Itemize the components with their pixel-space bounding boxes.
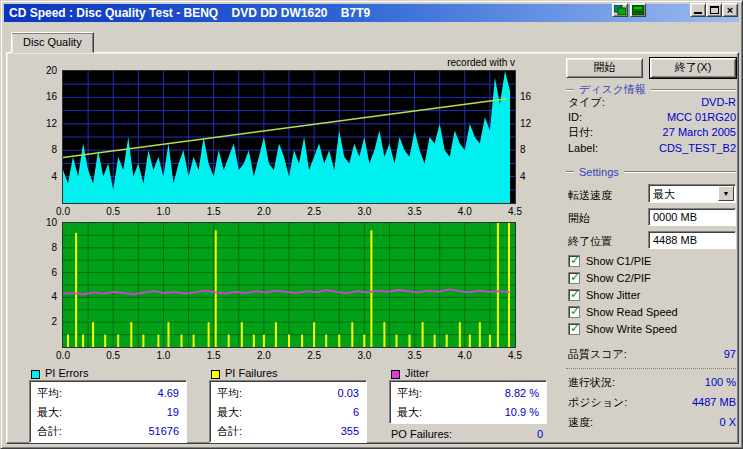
recorded-with-label: recorded with [447,57,507,68]
group-line [651,89,736,91]
kv-value: MCC 01RG20 [667,111,736,124]
tick-label: 2 [51,316,57,327]
close-button[interactable]: × [722,3,738,17]
minimize-button[interactable] [690,3,706,17]
checkbox[interactable] [568,272,580,284]
stat-row: 平均:4.69 [37,384,179,403]
tick-label: 2.5 [304,206,324,217]
stat-value: 4.69 [158,384,179,403]
stat-row: 最大:19 [37,403,179,422]
disc-label-row: Label:CDS_TEST_B2 [568,142,736,155]
quality-score-row: 品質スコア:97 [568,348,736,361]
titlebar-chart-icon[interactable] [612,3,628,17]
panel-divider [566,368,736,369]
tab-disc-quality[interactable]: Disc Quality [11,32,94,53]
jitter-stats-box: 平均:8.82 % 最大:10.9 % [389,380,547,424]
kv-label: Label: [568,142,598,155]
stat-value: 51676 [148,422,179,441]
stat-row: 平均:0.03 [217,384,359,403]
tick-label: 4 [51,171,57,182]
start-position-input[interactable]: 0000 MB [648,208,736,226]
tick-label: 4 [520,171,526,182]
titlebar-disc-icon[interactable] [630,3,646,17]
pi-failures-stats-box: 平均:0.03 最大:6 合計:355 [209,380,367,443]
pi-errors-chart [63,71,515,203]
jitter-swatch [391,370,400,379]
group-line [624,171,736,173]
maximize-button[interactable] [706,3,722,17]
stat-value: 10.9 % [505,403,539,422]
tick-label: 6 [51,267,57,278]
disc-type-row: タイプ:DVD-R [568,96,736,109]
tick-label: 1.5 [204,206,224,217]
stat-label: 最大: [37,403,62,422]
show-write-speed-checkbox-row[interactable]: Show Write Speed [568,322,736,336]
tick-label: 3.5 [405,206,425,217]
jitter-legend-title: Jitter [405,367,429,379]
tick-label: 10 [46,217,57,228]
show-c1-pie-checkbox-row[interactable]: Show C1/PIE [568,254,736,268]
disc-info-title-text: ディスク情報 [579,82,646,97]
minimize-icon [694,12,702,14]
end-position-input[interactable]: 4488 MB [648,231,736,249]
checkbox-label: Show Write Speed [586,323,677,335]
stat-label: 平均: [37,384,62,403]
speed-stat-value: 0 X [719,416,736,429]
tick-label: 2.0 [254,206,274,217]
combo-arrow-button[interactable]: ▼ [718,186,734,201]
settings-group-title: Settings [566,166,736,178]
progress-label: 進行状況: [568,376,615,389]
stat-row: 最大:6 [217,403,359,422]
window-title: CD Speed : Disc Quality Test - BENQ DVD … [9,6,370,20]
disc-info-group-title: ディスク情報 [566,82,736,97]
stat-row: 平均:8.82 % [397,384,539,403]
titlebar[interactable]: CD Speed : Disc Quality Test - BENQ DVD … [4,4,739,22]
exit-button[interactable]: 終了(X) [650,58,736,78]
settings-title-text: Settings [579,166,619,178]
end-pos-label: 終了位置 [568,235,612,248]
kv-label: ID: [568,111,582,124]
disc-id-row: ID:MCC 01RG20 [568,111,736,124]
checkbox[interactable] [568,289,580,301]
tick-label: 0.0 [53,206,73,217]
speed-select[interactable]: 最大 ▼ [648,184,736,203]
tick-label: 8 [520,144,526,155]
checkbox[interactable] [568,306,580,318]
kv-value: CDS_TEST_B2 [659,142,736,155]
tick-label: 3.5 [405,350,425,361]
checkbox-label: Show C2/PIF [586,272,651,284]
close-icon: × [727,5,733,15]
kv-label: 日付: [568,126,593,139]
position-value: 4487 MB [692,396,736,409]
start-button[interactable]: 開始 [566,58,643,78]
progress-value: 100 % [705,376,736,389]
show-read-speed-checkbox-row[interactable]: Show Read Speed [568,305,736,319]
tick-label: 4.0 [455,206,475,217]
pi-failures-left-axis: 108642 [35,223,59,347]
tick-label: 1.0 [153,350,173,361]
tick-label: 8 [51,242,57,253]
stat-label: 最大: [397,403,422,422]
tick-label: 16 [46,91,57,102]
checkbox-label: Show C1/PIE [586,255,651,267]
tick-label: 20 [46,65,57,76]
recorded-with-dropdown[interactable]: recorded with v [361,57,515,68]
stat-row: 合計:51676 [37,422,179,441]
stat-label: 合計: [217,422,242,441]
tick-label: 3.0 [354,206,374,217]
speed-stat-row: 速度:0 X [568,416,736,429]
stat-row: 最大:10.9 % [397,403,539,422]
stat-row: 合計:355 [217,422,359,441]
checkbox[interactable] [568,323,580,335]
quality-score-value: 97 [724,348,736,361]
show-jitter-checkbox-row[interactable]: Show Jitter [568,288,736,302]
position-label: ポジション: [568,396,627,409]
show-c2-pif-checkbox-row[interactable]: Show C2/PIF [568,271,736,285]
stat-value: 355 [341,422,359,441]
stat-value: 19 [167,403,179,422]
tick-label: 4.0 [455,350,475,361]
checkbox[interactable] [568,255,580,267]
tick-label: 3.0 [354,350,374,361]
tick-label: 0.0 [53,350,73,361]
speed-stat-label: 速度: [568,416,593,429]
